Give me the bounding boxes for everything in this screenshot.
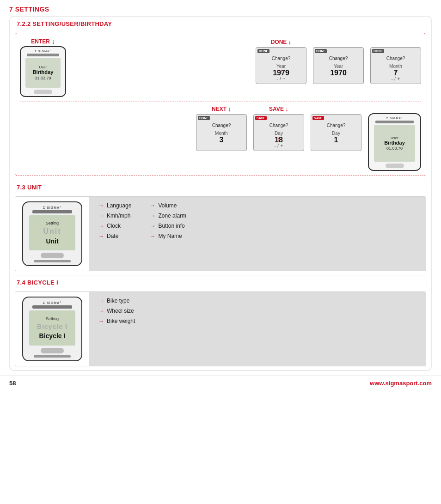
menu-label-date: Date — [107, 233, 118, 239]
change-col-month3: NEXT ↓ DONE Change? Month 3 — [196, 105, 247, 151]
page-footer: 58 www.sigmasport.com — [0, 376, 441, 390]
unit-device: Σ SIGMA° Setting Unit Unit — [22, 201, 82, 266]
field-value6: 1 — [334, 136, 338, 144]
field-value4: 3 — [220, 136, 224, 144]
done-badge: DONE — [257, 49, 270, 53]
next-label: NEXT — [212, 106, 227, 112]
menu-item-button-info: → Button info — [150, 223, 186, 229]
menu-label-button-info: Button info — [158, 223, 184, 229]
done-label: DONE — [271, 39, 287, 45]
bicycle-content: Σ SIGMA° Setting Bicycle I Bicycle I → B… — [15, 291, 426, 366]
menu-label-wheel-size: Wheel size — [107, 308, 134, 314]
enter-text: ENTER — [31, 38, 50, 45]
change-col-day18: SAVE ↓ SAVE Change? Day 18 ↑ — [253, 105, 304, 151]
menu-item-zone-alarm: → Zone alarm — [150, 213, 186, 219]
field-label4: Month — [215, 131, 228, 136]
change-question6: Change? — [327, 123, 346, 128]
change-col-month7: DONE Change? Month 7 ↑ - / + — [370, 38, 421, 84]
bicycle-device-bottom-bar — [34, 355, 71, 358]
change-col-year1979: DONE ↓ DONE Change? Year 1979 ↑ — [256, 38, 306, 84]
menu-item-wheel-size: → Wheel size — [98, 308, 416, 314]
bicycle-device-logo: Σ SIGMA° — [43, 301, 61, 304]
unit-device-logo: Σ SIGMA° — [43, 206, 61, 209]
change-screen-month3: DONE Change? Month 3 — [196, 114, 247, 151]
change-question: Change? — [272, 56, 291, 61]
menu-arrow-volume: → — [150, 202, 155, 209]
screen-content6: Change? Day 1 — [314, 123, 358, 144]
menu-item-language: → Language — [98, 202, 131, 209]
save-label-row: SAVE ↓ — [269, 105, 288, 113]
device-final-top-bar — [375, 121, 413, 123]
menu-arrow-zone-alarm: → — [150, 213, 155, 219]
device-button — [34, 90, 52, 94]
enter-arrow-icon: ↓ — [52, 38, 55, 45]
change-question3: Change? — [386, 56, 405, 61]
change-question5: Change? — [270, 123, 288, 128]
birthday-section-header: 7.2.2 SETTING/USER/BIRTHDAY — [10, 17, 431, 31]
device-birthday-value: 31.03.79 — [35, 76, 51, 80]
device-top-bar — [27, 54, 59, 56]
unit-content: Σ SIGMA° Setting Unit Unit → Langu — [15, 196, 426, 271]
change-question2: Change? — [329, 56, 348, 61]
change-screen-year1979: DONE Change? Year 1979 ↑ - / + — [256, 47, 306, 84]
menu-label-bike-type: Bike type — [107, 298, 129, 304]
done-label-row: DONE ↓ — [271, 38, 292, 46]
field-label6: Day — [332, 131, 340, 136]
menu-arrow-my-name: → — [150, 233, 155, 239]
done-badge4: DONE — [198, 116, 210, 120]
menu-label-language: Language — [107, 202, 131, 209]
birthday-row1: ENTER ↓ Σ SIGMA° User Birthday 31.03.79 — [20, 38, 421, 97]
unit-device-button — [41, 253, 64, 258]
save-label: SAVE — [269, 106, 284, 112]
device-final-birthday-value: 01.03.70 — [386, 146, 403, 151]
change-screen-day1: SAVE Change? Day 1 — [311, 114, 361, 151]
bicycle-device-setting-label: Setting — [46, 316, 59, 321]
menu-label-zone-alarm: Zone alarm — [158, 213, 186, 219]
enter-label: ENTER ↓ — [31, 38, 55, 45]
next-arrow-icon: ↓ — [228, 106, 231, 112]
unit-device-watermark: Unit — [43, 227, 61, 236]
menu-item-clock: → Clock — [98, 223, 131, 229]
screen-content4: Change? Month 3 — [199, 123, 244, 144]
unit-device-bottom-bar — [34, 260, 71, 262]
save-badge: SAVE — [255, 116, 267, 120]
change-col-day1: SAVE Change? Day 1 — [311, 105, 361, 151]
field-label2: Year — [334, 64, 343, 69]
bicycle-device-top-bar — [32, 305, 72, 309]
unit-device-side: Σ SIGMA° Setting Unit Unit — [15, 197, 89, 271]
footer-url: www.sigmasport.com — [370, 380, 432, 387]
plus-minus-label: - / + — [276, 76, 285, 81]
menu-arrow-kmhmph: → — [98, 213, 104, 219]
menu-item-bike-weight: → Bike weight — [98, 318, 416, 324]
save-arrow-icon: ↓ — [285, 106, 288, 112]
bicycle-device-side: Σ SIGMA° Setting Bicycle I Bicycle I — [15, 292, 89, 366]
unit-menu-col1: → Language → Kmh/mph → Clock → Date — [98, 202, 131, 265]
device-initial: ENTER ↓ Σ SIGMA° User Birthday 31.03.79 — [20, 38, 66, 97]
device-final-screen: User Birthday 01.03.70 — [374, 125, 415, 162]
change-screen-month7: DONE Change? Month 7 ↑ - / + — [370, 47, 421, 84]
footer-page-number: 58 — [9, 380, 16, 387]
menu-label-bike-weight: Bike weight — [107, 318, 135, 324]
birthday-section: 7.2.2 SETTING/USER/BIRTHDAY ENTER ↓ Σ SI… — [10, 17, 431, 176]
menu-arrow-wheel-size: → — [98, 308, 104, 314]
field-value2: 1970 — [330, 69, 347, 77]
device-final-button — [386, 164, 404, 168]
menu-arrow-button-info: → — [150, 223, 155, 229]
bicycle-section-header: 7.4 BICYCLE I — [10, 275, 431, 290]
device-final-user-label: User — [391, 136, 398, 140]
birthday-row-divider — [20, 102, 421, 102]
device-user-label: User — [39, 65, 47, 69]
unit-device-setting-label: Setting — [46, 221, 59, 225]
bicycle-device-title: Bicycle I — [39, 332, 66, 340]
menu-label-volume: Volume — [158, 202, 177, 209]
unit-menu-side: → Language → Kmh/mph → Clock → Date — [89, 197, 426, 271]
main-content-box: 7.2.2 SETTING/USER/BIRTHDAY ENTER ↓ Σ SI… — [9, 16, 432, 371]
page-header: 7 SETTINGS — [0, 0, 441, 16]
device-final-container: Σ SIGMA° User Birthday 01.03.70 — [368, 113, 421, 171]
menu-item-volume: → Volume — [150, 202, 186, 209]
menu-arrow-bike-type: → — [98, 298, 104, 304]
birthday-row2: NEXT ↓ DONE Change? Month 3 — [20, 105, 421, 171]
menu-label-my-name: My Name — [158, 233, 182, 239]
change-screen-day18: SAVE Change? Day 18 ↑ - / + — [253, 114, 304, 151]
menu-item-kmhmph: → Kmh/mph — [98, 213, 131, 219]
